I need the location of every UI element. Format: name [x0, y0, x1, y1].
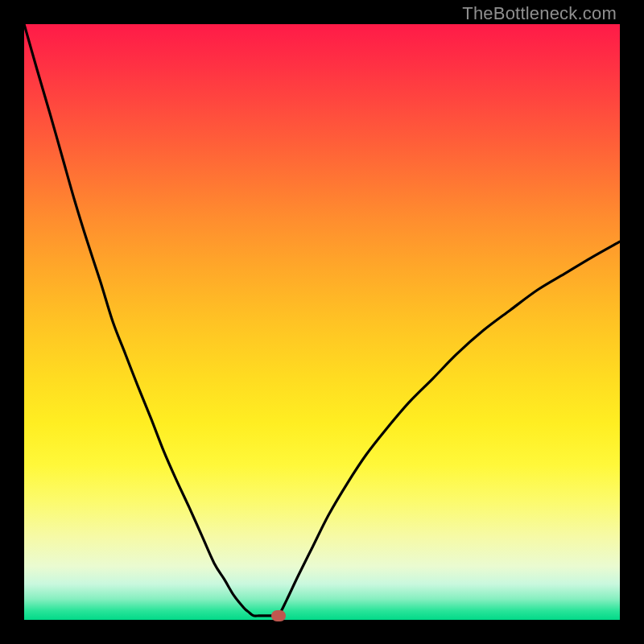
watermark-text: TheBottleneck.com: [462, 3, 617, 24]
bottleneck-curve: [24, 24, 620, 620]
optimal-point-marker: [271, 610, 286, 621]
chart-frame: [24, 24, 620, 620]
curve-path: [24, 24, 620, 617]
